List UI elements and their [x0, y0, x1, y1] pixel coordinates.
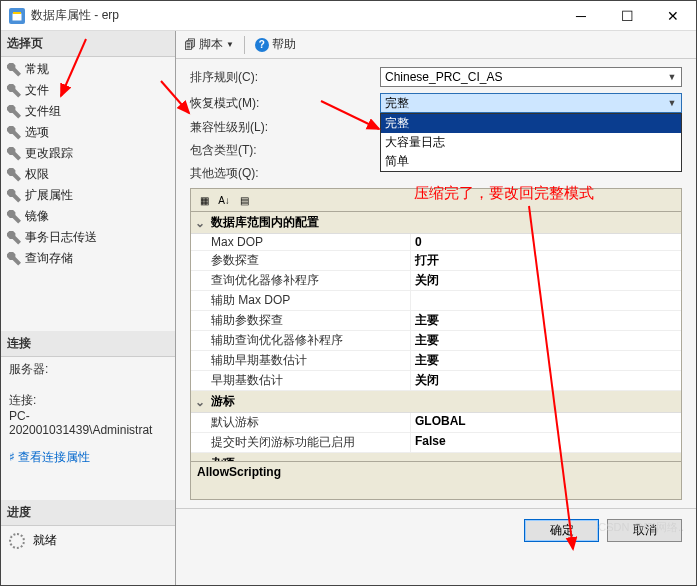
conn-body: 服务器: 连接: PC-202001031439\Administrat ♯查看… [1, 357, 175, 470]
grid-row[interactable]: 默认游标GLOBAL [191, 413, 681, 433]
recovery-label: 恢复模式(M): [190, 95, 380, 112]
prop-toolbar: ▦ A↓ ▤ [190, 188, 682, 212]
server-label: 服务器: [9, 361, 167, 378]
progress-body: 就绪 [1, 526, 175, 555]
wrench-icon [7, 84, 21, 98]
chevron-down-icon: ▼ [665, 96, 679, 110]
svg-rect-1 [13, 12, 21, 14]
sidebar-item-general[interactable]: 常规 [1, 59, 175, 80]
grid-row[interactable]: 早期基数估计关闭 [191, 371, 681, 391]
recovery-dropdown: 完整 大容量日志 简单 [380, 113, 682, 172]
grid-row[interactable]: 辅助早期基数估计主要 [191, 351, 681, 371]
contain-label: 包含类型(T): [190, 142, 380, 159]
sidebar-nav: 常规 文件 文件组 选项 更改跟踪 权限 扩展属性 镜像 事务日志传送 查询存储 [1, 57, 175, 271]
grid-row[interactable]: 提交时关闭游标功能已启用False [191, 433, 681, 453]
grid-row[interactable]: 辅助参数探查主要 [191, 311, 681, 331]
wrench-icon [7, 168, 21, 182]
spinner-icon [9, 533, 25, 549]
close-button[interactable]: ✕ [650, 1, 696, 31]
props-icon[interactable]: ▤ [235, 191, 253, 209]
recovery-combo[interactable]: 完整▼ [380, 93, 682, 113]
wrench-icon [7, 105, 21, 119]
titlebar: 数据库属性 - erp ─ ☐ ✕ [1, 1, 696, 31]
wrench-icon [7, 126, 21, 140]
sidebar-item-filegroups[interactable]: 文件组 [1, 101, 175, 122]
alphabetical-icon[interactable]: A↓ [215, 191, 233, 209]
ok-button[interactable]: 确定 [524, 519, 599, 542]
chevron-down-icon: ▼ [665, 70, 679, 84]
progress-header: 进度 [1, 500, 175, 526]
sidebar-item-changetracking[interactable]: 更改跟踪 [1, 143, 175, 164]
grid-row[interactable]: 辅助查询优化器修补程序主要 [191, 331, 681, 351]
svg-rect-0 [13, 14, 21, 20]
wrench-icon [7, 63, 21, 77]
conn-header: 连接 [1, 331, 175, 357]
grid-row[interactable]: 参数探查打开 [191, 251, 681, 271]
sidebar-item-files[interactable]: 文件 [1, 80, 175, 101]
wrench-icon [7, 147, 21, 161]
wrench-icon [7, 252, 21, 266]
view-conn-props-link[interactable]: 查看连接属性 [18, 449, 90, 466]
grid-row[interactable]: 辅助 Max DOP [191, 291, 681, 311]
maximize-button[interactable]: ☐ [604, 1, 650, 31]
watermark: CSDN @[?]网络.. [598, 520, 684, 535]
app-icon [9, 8, 25, 24]
sidebar-item-extprops[interactable]: 扩展属性 [1, 185, 175, 206]
sort-label: 排序规则(C): [190, 69, 380, 86]
dropdown-opt-bulk[interactable]: 大容量日志 [381, 133, 681, 152]
divider [244, 36, 245, 54]
sidebar-item-mirror[interactable]: 镜像 [1, 206, 175, 227]
conn-label: 连接: [9, 392, 167, 409]
grid-group[interactable]: ⌄游标 [191, 391, 681, 413]
wrench-icon [7, 231, 21, 245]
sidebar-header: 选择页 [1, 31, 175, 57]
dropdown-opt-simple[interactable]: 简单 [381, 152, 681, 171]
sidebar-item-logship[interactable]: 事务日志传送 [1, 227, 175, 248]
toolbar: 🗐 脚本 ▼ ? 帮助 [176, 31, 696, 59]
ready-label: 就绪 [33, 532, 57, 549]
minimize-button[interactable]: ─ [558, 1, 604, 31]
sidebar-item-querystore[interactable]: 查询存储 [1, 248, 175, 269]
help-icon: ? [255, 38, 269, 52]
sidebar-item-permissions[interactable]: 权限 [1, 164, 175, 185]
categorized-icon[interactable]: ▦ [195, 191, 213, 209]
collapse-icon[interactable]: ⌄ [195, 216, 207, 230]
script-icon: 🗐 [184, 38, 196, 52]
help-button[interactable]: ? 帮助 [255, 36, 296, 53]
chevron-down-icon: ▼ [226, 40, 234, 49]
collapse-icon[interactable]: ⌄ [195, 395, 207, 409]
grid-group[interactable]: ⌄数据库范围内的配置 [191, 212, 681, 234]
wrench-icon [7, 189, 21, 203]
compat-label: 兼容性级别(L): [190, 119, 380, 136]
dropdown-opt-full[interactable]: 完整 [381, 114, 681, 133]
sidebar-item-options[interactable]: 选项 [1, 122, 175, 143]
sort-combo[interactable]: Chinese_PRC_CI_AS▼ [380, 67, 682, 87]
grid-group[interactable]: ⌄杂项 [191, 453, 681, 462]
grid-description: AllowScripting [190, 462, 682, 500]
script-button[interactable]: 🗐 脚本 ▼ [184, 36, 234, 53]
grid-row[interactable]: 查询优化器修补程序关闭 [191, 271, 681, 291]
grid-row[interactable]: Max DOP0 [191, 234, 681, 251]
link-icon: ♯ [9, 450, 15, 464]
property-grid[interactable]: ⌄数据库范围内的配置 Max DOP0 参数探查打开 查询优化器修补程序关闭 辅… [190, 212, 682, 462]
wrench-icon [7, 210, 21, 224]
conn-value: PC-202001031439\Administrat [9, 409, 167, 437]
other-label: 其他选项(Q): [190, 165, 380, 182]
window-title: 数据库属性 - erp [31, 7, 558, 24]
